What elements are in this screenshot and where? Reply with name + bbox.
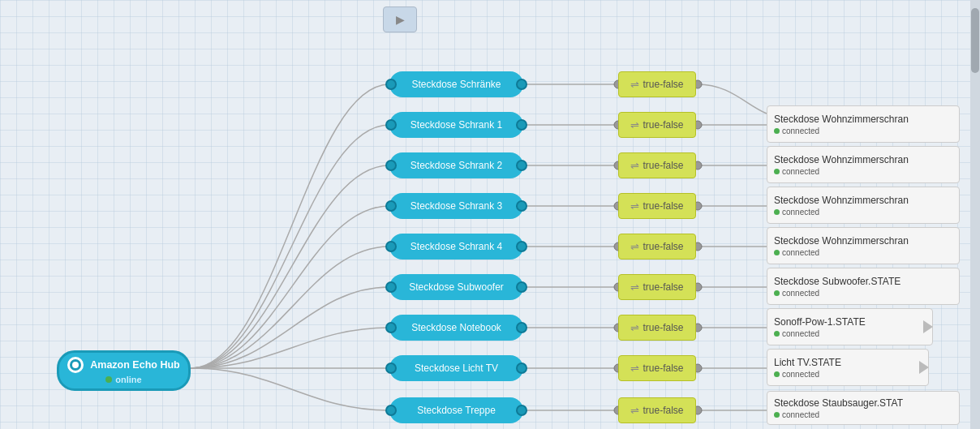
cv-label-8: true-false (643, 363, 683, 374)
cv-label-7: true-false (643, 322, 683, 333)
input-node-4[interactable]: Steckdose Schrank 3 (389, 193, 523, 219)
converter-node-1[interactable]: ⇌true-false (618, 71, 696, 97)
hub-label: Amazon Echo Hub (90, 359, 179, 371)
input-label-7: Steckdose Notebook (411, 322, 501, 333)
status-dot-5 (774, 290, 780, 296)
status-text-4: connected (782, 248, 819, 257)
input-node-7[interactable]: Steckdose Notebook (389, 315, 523, 341)
status-text-3: connected (782, 208, 819, 217)
input-label-5: Steckdose Schrank 4 (410, 241, 502, 252)
converter-node-4[interactable]: ⇌true-false (618, 193, 696, 219)
status-text-1: connected (782, 127, 819, 135)
input-node-1[interactable]: Steckdose Schränke (389, 71, 523, 97)
cv-label-2: true-false (643, 119, 683, 131)
cv-label-6: true-false (643, 281, 683, 293)
converter-node-9[interactable]: ⇌true-false (618, 397, 696, 423)
converter-node-6[interactable]: ⇌true-false (618, 274, 696, 300)
status-text-8: connected (782, 410, 819, 419)
input-node-8[interactable]: Steckdose Licht TV (389, 355, 523, 381)
output-label-1: Steckdose Wohnzimmerschran (774, 114, 909, 125)
flow-canvas[interactable]: ▶ Amazon Echo Hub online Steckdose Schrä… (0, 0, 980, 429)
converter-node-7[interactable]: ⇌true-false (618, 315, 696, 341)
output-label-7: Licht TV.STATE (774, 357, 841, 368)
output-label-3: Steckdose Wohnzimmerschran (774, 195, 909, 206)
cv-label-1: true-false (643, 79, 683, 90)
top-node[interactable]: ▶ (383, 6, 417, 32)
output-node-2[interactable]: Steckdose Wohnzimmerschran connected (767, 146, 960, 183)
status-dot-6 (774, 331, 780, 337)
cv-label-3: true-false (643, 160, 683, 171)
input-node-9[interactable]: Steckdose Treppe (389, 397, 523, 423)
input-label-1: Steckdose Schränke (411, 79, 501, 90)
input-label-8: Steckdose Licht TV (415, 363, 498, 374)
input-label-9: Steckdose Treppe (417, 405, 496, 416)
hub-status-dot (105, 376, 112, 383)
input-label-6: Steckdose Subwoofer (409, 281, 504, 293)
hub-status-text: online (115, 375, 141, 384)
output-label-6: Sonoff-Pow-1.STATE (774, 316, 866, 328)
converter-node-5[interactable]: ⇌true-false (618, 234, 696, 260)
input-label-4: Steckdose Schrank 3 (410, 200, 502, 212)
output-node-7[interactable]: Licht TV.STATE connected (767, 349, 929, 386)
output-node-1[interactable]: Steckdose Wohnzimmerschran connected (767, 105, 960, 143)
scrollbar-thumb[interactable] (971, 8, 979, 73)
status-text-6: connected (782, 329, 819, 338)
output-node-4[interactable]: Steckdose Wohnzimmerschran connected (767, 227, 960, 264)
status-dot-4 (774, 250, 780, 255)
converter-node-8[interactable]: ⇌true-false (618, 355, 696, 381)
status-text-5: connected (782, 289, 819, 298)
output-node-3[interactable]: Steckdose Wohnzimmerschran connected (767, 187, 960, 224)
converter-node-2[interactable]: ⇌true-false (618, 112, 696, 138)
output-arrow-6 (923, 320, 933, 333)
input-node-6[interactable]: Steckdose Subwoofer (389, 274, 523, 300)
output-label-4: Steckdose Wohnzimmerschran (774, 235, 909, 247)
output-label-8: Steckdose Staubsauger.STAT (774, 397, 903, 409)
status-dot-2 (774, 169, 780, 174)
cv-label-5: true-false (643, 241, 683, 252)
output-node-5[interactable]: Steckdose Subwoofer.STATE connected (767, 268, 960, 305)
status-dot-1 (774, 128, 780, 134)
output-node-6[interactable]: Sonoff-Pow-1.STATE connected (767, 308, 933, 345)
status-text-2: connected (782, 167, 819, 176)
converter-node-3[interactable]: ⇌true-false (618, 152, 696, 178)
input-node-2[interactable]: Steckdose Schrank 1 (389, 112, 523, 138)
cv-label-9: true-false (643, 405, 683, 416)
output-label-5: Steckdose Subwoofer.STATE (774, 276, 900, 287)
status-dot-8 (774, 412, 780, 418)
hub-node[interactable]: Amazon Echo Hub online (57, 350, 191, 391)
output-arrow-7 (919, 361, 929, 374)
top-node-icon: ▶ (396, 13, 405, 26)
status-text-7: connected (782, 370, 819, 379)
status-dot-3 (774, 209, 780, 215)
input-node-3[interactable]: Steckdose Schrank 2 (389, 152, 523, 178)
cv-label-4: true-false (643, 200, 683, 212)
output-node-8[interactable]: Steckdose Staubsauger.STAT connected (767, 391, 960, 425)
status-dot-7 (774, 371, 780, 377)
input-label-2: Steckdose Schrank 1 (410, 119, 502, 131)
input-node-5[interactable]: Steckdose Schrank 4 (389, 234, 523, 260)
scrollbar[interactable] (970, 0, 980, 429)
output-label-2: Steckdose Wohnzimmerschran (774, 154, 909, 165)
input-label-3: Steckdose Schrank 2 (410, 160, 502, 171)
